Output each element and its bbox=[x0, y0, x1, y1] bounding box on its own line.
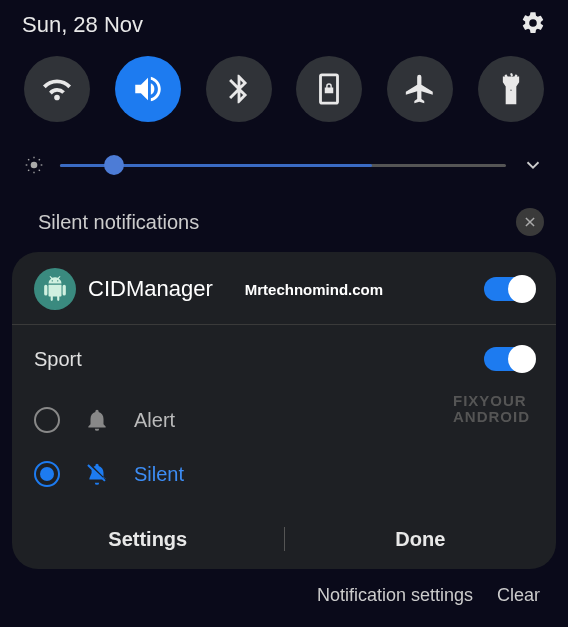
settings-button[interactable]: Settings bbox=[12, 528, 284, 551]
notification-settings-link[interactable]: Notification settings bbox=[317, 585, 473, 606]
close-button[interactable] bbox=[516, 208, 544, 236]
bell-off-icon bbox=[84, 461, 110, 487]
option-alert-label: Alert bbox=[134, 409, 175, 432]
app-name: CIDManager bbox=[88, 276, 213, 302]
qs-airplane-button[interactable] bbox=[387, 56, 453, 122]
qs-bluetooth-button[interactable] bbox=[206, 56, 272, 122]
date-label[interactable]: Sun, 28 Nov bbox=[22, 12, 143, 38]
radio-silent[interactable] bbox=[34, 461, 60, 487]
brightness-slider[interactable] bbox=[60, 164, 506, 167]
wifi-icon bbox=[40, 72, 74, 106]
bell-icon bbox=[84, 407, 110, 433]
done-button[interactable]: Done bbox=[285, 528, 557, 551]
brightness-icon bbox=[24, 155, 44, 175]
radio-alert[interactable] bbox=[34, 407, 60, 433]
qs-sound-button[interactable] bbox=[115, 56, 181, 122]
option-silent-label: Silent bbox=[134, 463, 184, 486]
qs-flashlight-button[interactable] bbox=[478, 56, 544, 122]
flashlight-icon bbox=[494, 72, 528, 106]
notification-card: CIDManager Mrtechnomind.com Sport FIXYOU… bbox=[12, 252, 556, 569]
sound-icon bbox=[131, 72, 165, 106]
svg-line-7 bbox=[28, 170, 29, 171]
android-icon bbox=[42, 276, 68, 302]
settings-gear-button[interactable] bbox=[520, 10, 546, 40]
svg-line-5 bbox=[28, 159, 29, 160]
watermark-fixyourandroid: FIXYOUR ANDROID bbox=[453, 393, 530, 425]
clear-button[interactable]: Clear bbox=[497, 585, 540, 606]
gear-icon bbox=[520, 10, 546, 36]
portrait-lock-icon bbox=[312, 72, 346, 106]
app-avatar bbox=[34, 268, 76, 310]
brightness-thumb[interactable] bbox=[104, 155, 124, 175]
qs-rotation-lock-button[interactable] bbox=[296, 56, 362, 122]
channel-toggle[interactable] bbox=[484, 347, 534, 371]
brightness-row bbox=[0, 130, 568, 188]
watermark-text: Mrtechnomind.com bbox=[245, 281, 383, 298]
close-icon bbox=[523, 215, 537, 229]
chevron-down-icon[interactable] bbox=[522, 154, 544, 176]
app-notifications-toggle[interactable] bbox=[484, 277, 534, 301]
airplane-icon bbox=[403, 72, 437, 106]
channel-name: Sport bbox=[34, 348, 82, 371]
option-silent[interactable]: Silent bbox=[34, 447, 534, 501]
qs-wifi-button[interactable] bbox=[24, 56, 90, 122]
section-title: Silent notifications bbox=[38, 211, 199, 234]
svg-point-0 bbox=[31, 162, 38, 169]
svg-line-6 bbox=[39, 170, 40, 171]
bluetooth-icon bbox=[222, 72, 256, 106]
quick-settings-row bbox=[0, 48, 568, 130]
svg-line-8 bbox=[39, 159, 40, 160]
